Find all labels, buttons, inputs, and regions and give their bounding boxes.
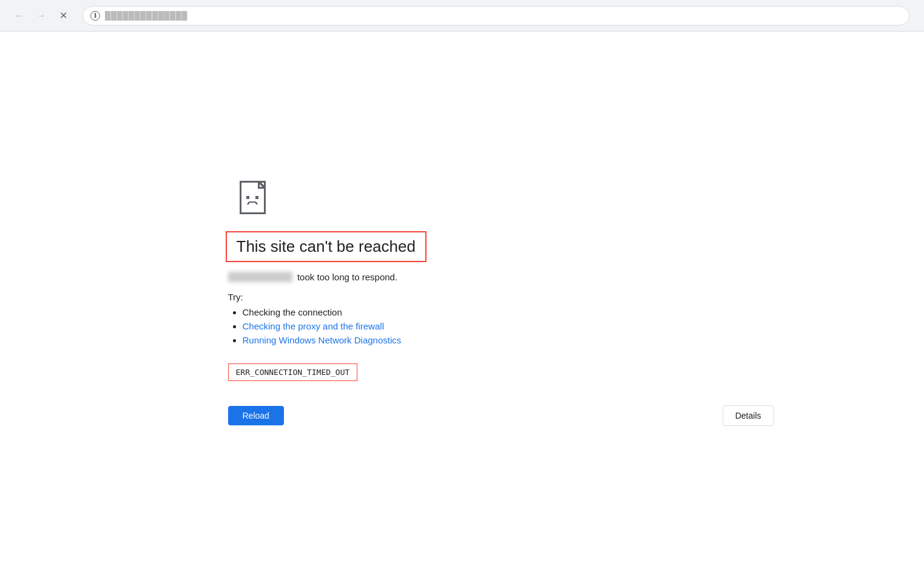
error-code-box: ERR_CONNECTION_TIMED_OUT <box>228 363 358 381</box>
suggestion-1: Checking the connection <box>243 307 402 317</box>
subtitle-suffix: took too long to respond. <box>297 272 397 282</box>
close-reload-button[interactable]: ✕ <box>53 6 73 25</box>
address-bar[interactable]: ℹ ██████████████ <box>83 6 909 25</box>
error-content: This site can't be reached ██████████ to… <box>226 180 650 426</box>
error-page: This site can't be reached ██████████ to… <box>0 32 924 574</box>
details-button[interactable]: Details <box>723 405 774 426</box>
suggestion-3[interactable]: Running Windows Network Diagnostics <box>243 335 402 345</box>
sad-page-icon <box>238 180 274 217</box>
nav-buttons: ← → ✕ <box>10 6 73 25</box>
blurred-url: ██████████ <box>228 272 292 282</box>
svg-rect-2 <box>246 196 249 199</box>
suggestion-2[interactable]: Checking the proxy and the firewall <box>243 321 402 331</box>
info-icon: ℹ <box>90 11 100 21</box>
error-subtitle: ██████████ took too long to respond. <box>228 272 398 282</box>
proxy-firewall-link[interactable]: Checking the proxy and the firewall <box>243 321 384 331</box>
network-diagnostics-link[interactable]: Running Windows Network Diagnostics <box>243 335 402 345</box>
svg-rect-0 <box>240 181 265 213</box>
browser-chrome: ← → ✕ ℹ ██████████████ <box>0 0 924 32</box>
reload-button[interactable]: Reload <box>228 406 284 425</box>
svg-rect-3 <box>255 196 258 199</box>
button-row: Reload Details <box>228 405 774 426</box>
forward-button[interactable]: → <box>32 6 51 25</box>
error-title: This site can't be reached <box>226 231 427 262</box>
try-label: Try: <box>228 292 243 302</box>
back-button[interactable]: ← <box>10 6 29 25</box>
url-display: ██████████████ <box>105 11 187 20</box>
suggestions-list: Checking the connection Checking the pro… <box>226 307 402 349</box>
